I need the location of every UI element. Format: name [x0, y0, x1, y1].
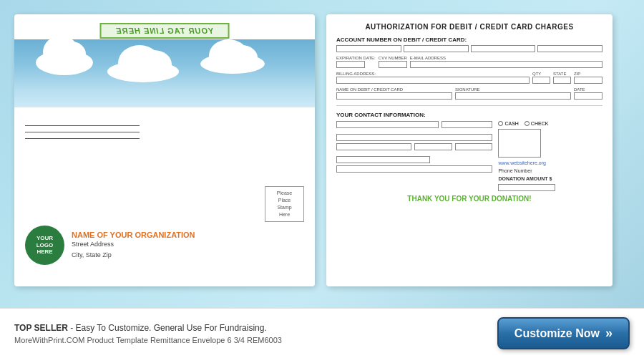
qty-field: QTY: [532, 72, 550, 84]
description-text: - Easy To Customize. General Use For Fun…: [68, 323, 267, 333]
donation-amount-label: DONATION AMOUNT $: [498, 176, 602, 181]
website-text: www.websitehere.org: [498, 160, 602, 165]
contact-address-input[interactable]: [336, 134, 492, 141]
customize-btn-label: Customize Now: [514, 327, 600, 340]
billing-input[interactable]: [336, 77, 530, 84]
email-label: E-MAIL ADDRESS: [410, 56, 602, 60]
check-label: CHECK: [531, 121, 549, 126]
zip-label: ZIP: [574, 72, 602, 76]
billing-row: BILLING ADDRESS: QTY STATE ZIP: [336, 72, 602, 84]
envelope-flap: YOUR TAG LINE HERE: [14, 14, 315, 107]
name-on-card-label: NAME ON DEBIT / CREDIT CARD: [336, 87, 452, 92]
bottom-main-text: TOP SELLER - Easy To Customize. General …: [14, 323, 282, 333]
customize-button[interactable]: Customize Now »: [497, 317, 630, 349]
payment-options: CASH CHECK: [498, 121, 602, 126]
signature-field: SIGNATURE: [455, 87, 571, 100]
name-sig-row: NAME ON DEBIT / CREDIT CARD SIGNATURE DA…: [336, 87, 602, 100]
cloud-1: [36, 50, 93, 75]
org-street: Street Address: [72, 239, 195, 249]
state-label: STATE: [553, 72, 571, 76]
org-name: NAME OF YOUR ORGANIZATION: [72, 231, 195, 239]
qty-input[interactable]: [532, 77, 550, 84]
contact-section: YOUR CONTACT INFORMATION:: [336, 112, 602, 203]
cc-seg-3[interactable]: [471, 45, 536, 52]
cvv-input[interactable]: [379, 61, 407, 68]
cloud-3: [200, 54, 265, 74]
expiration-input[interactable]: [336, 61, 365, 68]
cc-number-row: [336, 45, 602, 52]
contact-phone-input[interactable]: [336, 156, 430, 163]
donation-image-box: [498, 129, 541, 158]
phone-text: Phone Number: [498, 168, 602, 173]
signature-label: SIGNATURE: [455, 87, 571, 92]
envelope-left: YOUR TAG LINE HERE Please Place Stamp He: [14, 14, 315, 286]
contact-zip-input[interactable]: [455, 143, 493, 150]
top-seller-label: TOP SELLER: [14, 323, 68, 333]
envelope-body: [14, 107, 315, 152]
chevron-icon: »: [605, 326, 613, 341]
email-field: E-MAIL ADDRESS: [410, 56, 602, 68]
zip-field: ZIP: [574, 72, 602, 84]
stamp-box: Please Place Stamp Here: [265, 186, 304, 222]
signature-input[interactable]: [455, 92, 571, 100]
card-right: AUTHORIZATION FOR DEBIT / CREDIT CARD CH…: [326, 14, 613, 286]
cloud-image: [14, 39, 315, 107]
name-on-card-input[interactable]: [336, 92, 452, 100]
contact-state-input[interactable]: [414, 143, 452, 150]
contact-city-field: [336, 143, 411, 150]
contact-name2-input[interactable]: [441, 121, 492, 128]
cc-seg-1[interactable]: [336, 45, 401, 52]
donation-amount-input[interactable]: [498, 184, 555, 191]
state-input[interactable]: [553, 77, 571, 84]
org-city: City, State Zip: [72, 250, 195, 260]
check-radio[interactable]: [525, 121, 530, 126]
date-field: DATE: [574, 87, 602, 100]
contact-state-field: [414, 143, 452, 150]
contact-name-field: [336, 121, 439, 128]
billing-field: BILLING ADDRESS:: [336, 72, 530, 84]
cash-radio[interactable]: [498, 121, 503, 126]
contact-city-input[interactable]: [336, 143, 411, 150]
divider: [336, 105, 602, 106]
name-on-card-field: NAME ON DEBIT / CREDIT CARD: [336, 87, 452, 100]
logo-circle: YOUR LOGO HERE: [25, 226, 64, 265]
stamp-text: Please Place Stamp Here: [277, 190, 292, 218]
contact-address-field: [336, 134, 492, 141]
thank-you-text: THANK YOU FOR YOUR DONATION!: [336, 195, 602, 203]
card-title: AUTHORIZATION FOR DEBIT / CREDIT CARD CH…: [336, 23, 602, 31]
cash-label: CASH: [504, 121, 518, 126]
name-row: [336, 121, 492, 128]
date-label: DATE: [574, 87, 602, 92]
address-line-1: [25, 125, 140, 126]
cash-option[interactable]: CASH: [498, 121, 518, 126]
date-input[interactable]: [574, 92, 602, 100]
cvv-label: CVV NUMBER: [379, 56, 407, 60]
contact-email-field: [336, 165, 492, 173]
check-option[interactable]: CHECK: [525, 121, 549, 126]
address-lines: [25, 125, 304, 139]
city-state-zip-row: [336, 143, 492, 150]
zip-input[interactable]: [574, 77, 602, 84]
tag-line-box: YOUR TAG LINE HERE: [100, 23, 230, 39]
address-line-2: [25, 132, 140, 132]
state-field: STATE: [553, 72, 571, 84]
cc-seg-4[interactable]: [537, 45, 602, 52]
org-section: YOUR LOGO HERE NAME OF YOUR ORGANIZATION…: [25, 226, 195, 265]
expiry-row: EXPIRATION DATE: CVV NUMBER E-MAIL ADDRE…: [336, 56, 602, 68]
expiration-field: EXPIRATION DATE:: [336, 56, 376, 68]
contact-email-input[interactable]: [336, 165, 492, 173]
expiration-label: EXPIRATION DATE:: [336, 56, 376, 60]
billing-label: BILLING ADDRESS:: [336, 72, 530, 76]
email-input[interactable]: [410, 61, 602, 68]
contact-phone-field: [336, 156, 492, 163]
contact-name-input[interactable]: [336, 121, 439, 128]
logo-text: YOUR LOGO HERE: [36, 235, 54, 256]
tag-line-text: YOUR TAG LINE HERE: [116, 26, 214, 35]
contact-name2-field: [441, 121, 492, 128]
cc-seg-2[interactable]: [404, 45, 469, 52]
cloud-2: [107, 61, 179, 82]
qty-label: QTY: [532, 72, 550, 76]
product-info-text: MoreWithPrint.COM Product Template Remit…: [14, 336, 282, 344]
bottom-bar: TOP SELLER - Easy To Customize. General …: [0, 308, 644, 358]
org-info: NAME OF YOUR ORGANIZATION Street Address…: [72, 231, 195, 260]
